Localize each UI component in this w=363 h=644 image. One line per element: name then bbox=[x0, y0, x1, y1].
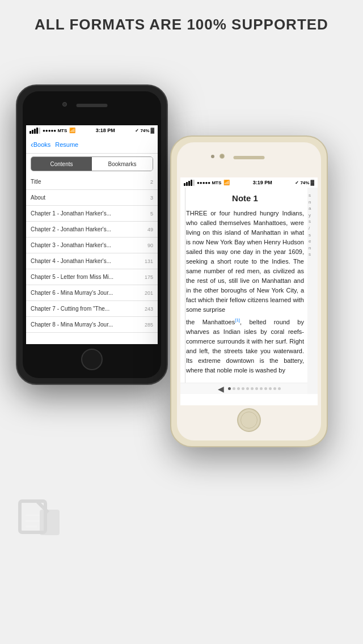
app-logo bbox=[17, 498, 62, 544]
reader-content: Note 1 THREE or four hundred hungry Indi… bbox=[180, 188, 318, 380]
w-signal-3 bbox=[188, 181, 190, 186]
status-left-black: ●●●●● MTS 📶 bbox=[29, 128, 75, 134]
toc-ch4-page: 131 bbox=[142, 259, 153, 264]
toc-ch8-page: 285 bbox=[142, 322, 153, 328]
toc-ch3-page: 90 bbox=[142, 243, 153, 248]
reader-note-title: Note 1 bbox=[186, 192, 304, 205]
w-signal-1 bbox=[184, 183, 185, 186]
wifi-icon-white: 📶 bbox=[223, 180, 230, 185]
status-bar-white: ●●●●● MTS 📶 3:19 PM ✓ 74% ▓ bbox=[180, 177, 318, 188]
time-black: 3:18 PM bbox=[96, 128, 115, 133]
svg-rect-2 bbox=[40, 510, 60, 535]
toc-ch7-text: Chapter 7 - Cutting from "The... bbox=[31, 306, 140, 312]
toc-ch7-page: 243 bbox=[142, 306, 153, 312]
bluetooth-icon-white: ✓ bbox=[295, 180, 299, 185]
w-signal-2 bbox=[186, 182, 188, 186]
reader-area: snays/sens Note 1 THREE or four hundred … bbox=[180, 188, 318, 394]
page-dot-10 bbox=[269, 387, 272, 390]
footnote-link[interactable]: [1] bbox=[235, 317, 240, 323]
tab-bookmarks[interactable]: Bookmarks bbox=[92, 157, 153, 171]
page-dot-7 bbox=[255, 387, 258, 390]
toc-item-ch4[interactable]: Chapter 4 - Jonathan Harker's... 131 bbox=[26, 253, 158, 269]
phone-white-inner: ●●●●● MTS 📶 3:19 PM ✓ 74% ▓ bbox=[177, 142, 321, 440]
reader-paragraph-1: THREE or four hundred hungry Indians, wh… bbox=[186, 209, 304, 315]
signal-dot-2 bbox=[32, 130, 33, 134]
phone-white: ●●●●● MTS 📶 3:19 PM ✓ 74% ▓ bbox=[170, 135, 328, 447]
page-title: ALL FORMATS ARE 100% SUPPORTED bbox=[11, 16, 352, 33]
toc-ch5-page: 175 bbox=[142, 274, 153, 280]
battery-icon-black: ▓ bbox=[150, 128, 154, 133]
toc-item-ch1[interactable]: Chapter 1 - Jonathan Harker's... 5 bbox=[26, 206, 158, 222]
home-button-white[interactable] bbox=[237, 408, 261, 432]
reader-paragraph-2: the Manhattoes[1], belted round by wharv… bbox=[186, 317, 304, 375]
toc-item-ch5[interactable]: Chapter 5 - Letter from Miss Mi... 175 bbox=[26, 269, 158, 285]
tab-contents[interactable]: Contents bbox=[31, 157, 92, 171]
screen-white: ●●●●● MTS 📶 3:19 PM ✓ 74% ▓ bbox=[180, 177, 318, 405]
status-right-white: ✓ 74% ▓ bbox=[295, 180, 314, 185]
toc-ch1-text: Chapter 1 - Jonathan Harker's... bbox=[31, 210, 140, 217]
toc-ch6-text: Chapter 6 - Mina Murray's Jour... bbox=[31, 290, 140, 296]
screen-black: ●●●●● MTS 📶 3:18 PM ✓ 74% ▓ ‹ Books Resu… bbox=[26, 125, 158, 344]
toc-item-ch7[interactable]: Chapter 7 - Cutting from "The... 243 bbox=[26, 301, 158, 317]
toc-ch2-page: 49 bbox=[142, 227, 153, 232]
resume-button[interactable]: Resume bbox=[55, 141, 78, 148]
toc-title-text: Title bbox=[31, 179, 140, 185]
phone-black: ●●●●● MTS 📶 3:18 PM ✓ 74% ▓ ‹ Books Resu… bbox=[16, 84, 168, 385]
toc-item-about[interactable]: About 3 bbox=[26, 190, 158, 206]
home-button-inner-white bbox=[240, 412, 258, 429]
status-right-black: ✓ 74% ▓ bbox=[135, 128, 154, 133]
manhattoes-text: the Manhattoes bbox=[186, 319, 235, 325]
pagination-bar: ◀ bbox=[180, 383, 318, 394]
battery-icon-white: ▓ bbox=[310, 180, 314, 185]
signal-dots-white bbox=[184, 180, 195, 186]
toc-ch3-text: Chapter 3 - Jonathan Harker's... bbox=[31, 242, 140, 248]
signal-dots-black bbox=[29, 128, 40, 134]
battery-white: 74% bbox=[300, 180, 309, 185]
bluetooth-icon-black: ✓ bbox=[135, 128, 139, 133]
speaker-black bbox=[77, 104, 108, 107]
page-dot-6 bbox=[251, 387, 254, 390]
front-camera-white bbox=[211, 155, 214, 158]
time-white: 3:19 PM bbox=[253, 180, 272, 185]
toc-item-ch3[interactable]: Chapter 3 - Jonathan Harker's... 90 bbox=[26, 238, 158, 253]
page-dot-8 bbox=[260, 387, 263, 390]
segmented-control[interactable]: Contents Bookmarks bbox=[31, 156, 153, 171]
wifi-icon-black: 📶 bbox=[69, 128, 75, 133]
page-prev-icon[interactable]: ◀ bbox=[218, 384, 224, 393]
toc-ch8-text: Chapter 8 - Mina Murray's Jour... bbox=[31, 321, 140, 328]
toc-list: Title 2 About 3 Chapter 1 - Jonathan Har… bbox=[26, 174, 158, 333]
page-header: ALL FORMATS ARE 100% SUPPORTED bbox=[0, 0, 363, 45]
toc-item-title[interactable]: Title 2 bbox=[26, 174, 158, 190]
toc-ch1-page: 5 bbox=[142, 211, 153, 217]
page-dot-9 bbox=[264, 387, 267, 390]
status-left-white: ●●●●● MTS 📶 bbox=[184, 180, 230, 186]
page-dot-2 bbox=[233, 387, 235, 390]
phone-black-inner: ●●●●● MTS 📶 3:18 PM ✓ 74% ▓ ‹ Books Resu… bbox=[23, 91, 161, 378]
right-edge-decoration: snays/sens bbox=[307, 188, 318, 394]
page-dot-4 bbox=[242, 387, 244, 390]
toc-about-page: 3 bbox=[142, 195, 153, 201]
signal-dot-5 bbox=[39, 128, 40, 134]
page-dot-3 bbox=[237, 387, 240, 390]
toc-item-ch6[interactable]: Chapter 6 - Mina Murray's Jour... 201 bbox=[26, 285, 158, 301]
toc-page-num: 2 bbox=[142, 179, 153, 185]
carrier-white: ●●●●● MTS bbox=[197, 180, 221, 185]
w-signal-4 bbox=[191, 180, 192, 186]
speaker-white bbox=[234, 156, 265, 159]
phones-container: ●●●●● MTS 📶 3:18 PM ✓ 74% ▓ ‹ Books Resu… bbox=[0, 50, 363, 561]
battery-black: 74% bbox=[140, 128, 149, 133]
carrier-black: ●●●●● MTS bbox=[43, 128, 67, 133]
toc-ch4-text: Chapter 4 - Jonathan Harker's... bbox=[31, 258, 140, 264]
page-dot-11 bbox=[273, 387, 276, 390]
status-bar-black: ●●●●● MTS 📶 3:18 PM ✓ 74% ▓ bbox=[26, 125, 158, 135]
camera-black bbox=[62, 102, 67, 107]
reader-text-p2-rest: , belted round by wharves as Indian isle… bbox=[186, 319, 304, 374]
page-dot-5 bbox=[246, 387, 249, 390]
toc-ch2-text: Chapter 2 - Jonathan Harker's... bbox=[31, 226, 140, 232]
toc-ch6-page: 201 bbox=[142, 290, 153, 296]
toc-item-ch8[interactable]: Chapter 8 - Mina Murray's Jour... 285 bbox=[26, 317, 158, 333]
home-button-black[interactable] bbox=[81, 349, 103, 370]
toc-item-ch2[interactable]: Chapter 2 - Jonathan Harker's... 49 bbox=[26, 222, 158, 238]
back-button[interactable]: Books bbox=[33, 141, 51, 148]
camera-white bbox=[220, 154, 225, 159]
